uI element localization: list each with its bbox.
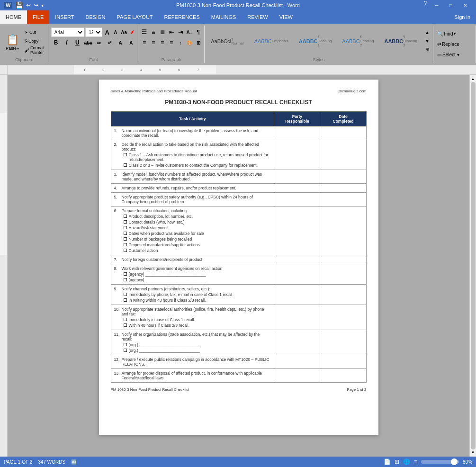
tab-view[interactable]: VIEW: [274, 10, 298, 24]
tab-page-layout[interactable]: PAGE LAYOUT: [111, 10, 159, 24]
status-right: 📄 ⊞ 🌐 ≡ 80%: [384, 458, 472, 465]
sort-button[interactable]: A↓: [185, 27, 193, 37]
checkbox-box: [124, 349, 127, 352]
table-row: 2.Decide the recall action to take based…: [111, 140, 366, 170]
doc-header: Sales & Marketing Policies and Procedure…: [111, 89, 367, 93]
italic-button[interactable]: I: [62, 38, 72, 47]
underline-button[interactable]: U: [72, 38, 82, 47]
align-left-button[interactable]: ≡: [140, 38, 148, 47]
clear-formatting-button[interactable]: ✗: [128, 27, 136, 37]
font-color-button[interactable]: A: [126, 38, 136, 47]
maximize-button[interactable]: □: [444, 0, 458, 10]
view-outline-icon[interactable]: ≡: [414, 458, 417, 465]
quick-access-undo[interactable]: ↩: [26, 2, 31, 9]
cut-button[interactable]: ✂ Cut: [23, 28, 47, 36]
numbering-button[interactable]: ≡: [149, 27, 157, 37]
styles-expand[interactable]: ⊞: [423, 46, 431, 54]
view-web-icon[interactable]: 🌐: [403, 458, 410, 465]
quick-access-redo[interactable]: ↪: [34, 2, 38, 9]
style-emphasis[interactable]: AABBCEmphasis: [250, 32, 292, 51]
font-grow-button[interactable]: A: [103, 27, 111, 37]
font-name-select[interactable]: Arial: [51, 27, 85, 37]
view-print-icon[interactable]: 📄: [384, 458, 391, 465]
justify-button[interactable]: ≡: [167, 38, 175, 47]
paste-dropdown-icon[interactable]: ▾: [17, 46, 19, 51]
change-case-button[interactable]: Aa: [120, 27, 128, 37]
font-size-select[interactable]: 12: [85, 27, 102, 37]
table-row: 4.Arrange to provide refunds, repairs, a…: [111, 184, 366, 193]
format-painter-button[interactable]: 🖌 Format Painter: [23, 46, 47, 54]
subitem-text: Customer action: [129, 248, 158, 253]
quick-access-dropdown[interactable]: ▾: [41, 3, 44, 8]
zoom-slider[interactable]: [421, 460, 459, 464]
tab-review[interactable]: REVIEW: [242, 10, 273, 24]
tab-file[interactable]: FILE: [27, 10, 49, 24]
subscript-button[interactable]: x₂: [94, 38, 104, 47]
tab-design[interactable]: DESIGN: [80, 10, 111, 24]
paste-button[interactable]: 📋 Paste ▾: [2, 27, 23, 57]
scroll-down-button[interactable]: ▼: [471, 450, 475, 455]
scroll-thumb[interactable]: [471, 82, 476, 449]
date-cell: [320, 285, 366, 305]
style-heading1[interactable]: AABBC¶ Heading 1: [295, 32, 336, 51]
decrease-indent-button[interactable]: ⇤: [167, 27, 175, 37]
styles-scroll-up[interactable]: ▲: [423, 29, 431, 36]
table-row: 10.Notify appropriate state/local author…: [111, 305, 366, 330]
borders-button[interactable]: ⊞: [194, 38, 202, 47]
scroll-bar-vertical[interactable]: ▲ ▼: [469, 75, 476, 457]
copy-icon: ⎘: [25, 38, 27, 44]
task-cell: 1.Name an individual (or team) to invest…: [111, 126, 274, 140]
close-button[interactable]: ✕: [458, 0, 472, 10]
doc-area: Sales & Marketing Policies and Procedure…: [0, 75, 476, 457]
strikethrough-button[interactable]: abc: [83, 38, 93, 47]
superscript-button[interactable]: x²: [105, 38, 115, 47]
paste-label: Paste: [6, 46, 17, 51]
help-icon[interactable]: ?: [421, 0, 430, 10]
item-text: Notify other organizations (trade associ…: [122, 332, 271, 341]
multilevel-list-button[interactable]: ≣: [158, 27, 166, 37]
bold-button[interactable]: B: [51, 38, 61, 47]
font-shrink-button[interactable]: A: [112, 27, 119, 37]
party-cell: [274, 207, 320, 255]
shading-button[interactable]: 🎨: [185, 38, 193, 47]
doc-scroll[interactable]: Sales & Marketing Policies and Procedure…: [8, 75, 469, 457]
copy-button[interactable]: ⎘ Copy: [23, 37, 47, 45]
window-title: PM1030-3 Non-Food Product Recall Checkli…: [176, 2, 300, 8]
party-cell: [274, 305, 320, 330]
increase-indent-button[interactable]: ⇥: [176, 27, 184, 37]
subitem-text: Dates when product was available for sal…: [129, 231, 204, 236]
style-normal[interactable]: AaBbCcI¶ Normal: [207, 32, 248, 51]
find-button[interactable]: 🔍 Find ▾: [435, 29, 474, 38]
styles-scroll-down[interactable]: ▼: [423, 37, 431, 45]
style-heading2[interactable]: AABBC¶ Heading 2: [338, 32, 378, 51]
quick-access-save[interactable]: 💾: [15, 1, 23, 9]
item-number: 13.: [114, 371, 122, 376]
align-right-button[interactable]: ≡: [158, 38, 166, 47]
line-spacing-button[interactable]: ↕: [176, 38, 184, 47]
zoom-thumb: [451, 458, 458, 465]
show-marks-button[interactable]: ¶: [194, 27, 202, 37]
tab-mailings[interactable]: MAILINGS: [206, 10, 242, 24]
subitem-text: Class 1 – Ask customers to discontinue p…: [129, 153, 271, 162]
tab-home[interactable]: HOME: [0, 10, 27, 24]
align-center-button[interactable]: ≡: [149, 38, 157, 47]
scroll-up-button[interactable]: ▲: [471, 77, 475, 81]
checkbox-box: [124, 293, 127, 296]
date-cell: [320, 255, 366, 264]
editing-group: 🔍 Find ▾ ⇄ Replace ▭ Select ▾ Editing: [433, 26, 476, 63]
tab-references[interactable]: REFERENCES: [159, 10, 206, 24]
text-highlight-button[interactable]: A: [116, 38, 126, 47]
subitem: Product description, lot number, etc.: [114, 214, 271, 219]
sign-in-button[interactable]: Sign in: [449, 10, 476, 24]
tab-insert[interactable]: INSERT: [49, 10, 80, 24]
view-fullscreen-icon[interactable]: ⊞: [395, 458, 399, 465]
select-button[interactable]: ▭ Select ▾: [435, 50, 474, 59]
party-cell: [274, 355, 320, 369]
subitem-text: (agency) ___________________________: [129, 278, 206, 282]
replace-button[interactable]: ⇄ Replace: [435, 40, 474, 48]
bullets-button[interactable]: ☰: [140, 27, 148, 37]
minimize-button[interactable]: ─: [430, 0, 444, 10]
ruler-vertical-active: [0, 113, 7, 255]
find-dropdown-icon[interactable]: ▾: [454, 32, 456, 36]
style-heading3[interactable]: AABBC¶ Heading 3: [380, 32, 422, 51]
